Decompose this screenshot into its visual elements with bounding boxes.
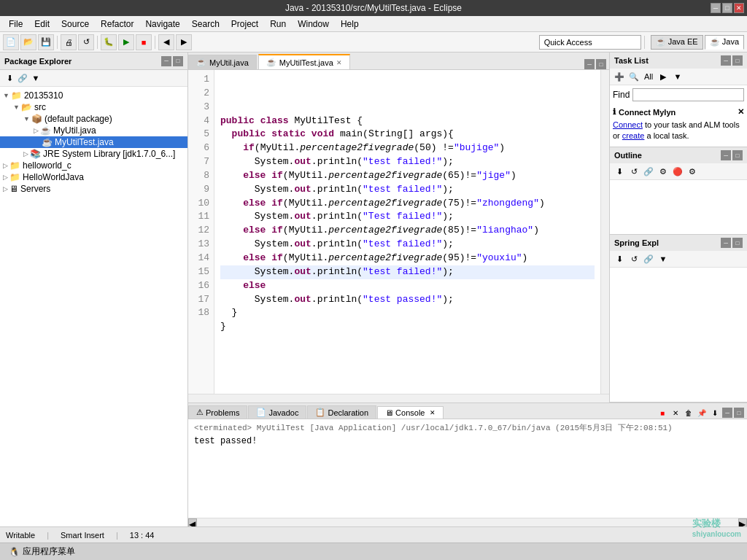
spring-minimize[interactable]: ─ (721, 238, 731, 248)
tree-item[interactable]: ▼📦(default package) (0, 113, 187, 125)
bottom-maximize[interactable]: □ (734, 408, 744, 418)
app-menu-button[interactable]: 🐧 应用程序菜单 (4, 544, 80, 559)
outline-btn1[interactable]: ⬇ (613, 165, 626, 178)
window-controls: ─ □ ✕ (711, 3, 744, 13)
panel-controls: ─ □ (161, 56, 183, 66)
menu-file[interactable]: File (3, 18, 28, 31)
console-pin[interactable]: 📌 (696, 407, 708, 419)
menu-run[interactable]: Run (264, 18, 292, 31)
toolbar-open[interactable]: 📂 (20, 34, 36, 50)
menu-search[interactable]: Search (186, 18, 225, 31)
toolbar-run[interactable]: ▶ (118, 34, 134, 50)
console-close-icon[interactable]: ✕ (430, 409, 436, 416)
scroll-right[interactable]: ▶ (738, 518, 747, 526)
collapse-all[interactable]: ⬇ (3, 71, 16, 85)
tab-close-icon[interactable]: ✕ (336, 59, 342, 66)
tab-declaration[interactable]: 📋 Declaration (307, 405, 376, 419)
task-maximize[interactable]: □ (732, 55, 743, 66)
task-down[interactable]: ▼ (671, 70, 684, 83)
bottom-minimize[interactable]: ─ (722, 408, 732, 418)
scroll-track[interactable] (197, 518, 738, 526)
toolbar-save[interactable]: 💾 (38, 34, 54, 50)
spring-btn2[interactable]: ↺ (627, 252, 640, 265)
tab-problems[interactable]: ⚠ Problems (188, 405, 247, 419)
menu-refactor[interactable]: Refactor (95, 18, 139, 31)
status-bar: Writable | Smart Insert | 13 : 44 (0, 526, 747, 542)
menu-source[interactable]: Source (55, 18, 95, 31)
editor-scrollbar[interactable] (600, 70, 609, 394)
menu-project[interactable]: Project (225, 18, 264, 31)
toolbar-refresh[interactable]: ↺ (78, 34, 94, 50)
outline-maximize[interactable]: □ (732, 150, 743, 160)
tab-myutiltest[interactable]: ☕ MyUtilTest.java ✕ (258, 54, 350, 69)
panel-minimize[interactable]: ─ (161, 56, 171, 66)
outline-btn4[interactable]: ⚙ (657, 165, 670, 178)
spring-maximize[interactable]: □ (732, 238, 743, 248)
code-editor[interactable]: 123456789101112131415161718 public class… (188, 70, 609, 394)
console-bottom-scrollbar[interactable]: ◀ ▶ (188, 518, 747, 526)
close-button[interactable]: ✕ (734, 3, 744, 13)
spring-btn1[interactable]: ⬇ (613, 252, 626, 265)
editor-bottom-scrollbar[interactable] (188, 394, 609, 402)
menu-edit[interactable]: Edit (28, 18, 55, 31)
menu-navigate[interactable]: Navigate (139, 18, 185, 31)
connect-link[interactable]: Connect (613, 120, 643, 129)
toolbar-back[interactable]: ◀ (158, 34, 174, 50)
tree-item[interactable]: ▷📚JRE System Library [jdk1.7.0_6...] (0, 148, 187, 160)
menu-help[interactable]: Help (335, 18, 365, 31)
tab-myutil-label: MyUtil.java (209, 58, 249, 67)
editor-maximize[interactable]: □ (596, 59, 606, 69)
declaration-icon: 📋 (315, 408, 325, 417)
task-activate[interactable]: ▶ (657, 70, 670, 83)
link-editor[interactable]: 🔗 (16, 71, 29, 85)
editor-minimize[interactable]: ─ (584, 59, 595, 69)
tree-item[interactable]: ▼📁20135310 (0, 90, 187, 101)
task-minimize[interactable]: ─ (721, 55, 731, 66)
tab-javadoc[interactable]: 📄 Javadoc (248, 405, 306, 419)
center-panel: ☕ MyUtil.java ☕ MyUtilTest.java ✕ ─ □ (188, 52, 610, 402)
console-terminate[interactable]: ■ (657, 407, 668, 419)
line-number: 1 (193, 73, 209, 87)
tree-item[interactable]: ▼📂src (0, 101, 187, 113)
create-link[interactable]: create (622, 131, 645, 140)
tree-item[interactable]: ▷🖥Servers (0, 183, 187, 195)
tree-item[interactable]: ▷📁helloworld_c (0, 160, 187, 171)
tree-item[interactable]: ▷☕MyUtil.java (0, 125, 187, 136)
outline-btn5[interactable]: 🔴 (671, 165, 684, 178)
task-search-input[interactable] (632, 88, 744, 101)
perspective-javaee[interactable]: ☕ Java EE (651, 35, 703, 50)
task-filter[interactable]: 🔍 (627, 70, 640, 83)
toolbar-print[interactable]: 🖨 (61, 34, 77, 50)
perspective-java[interactable]: ☕ Java (705, 35, 744, 50)
task-add[interactable]: ➕ (613, 70, 626, 83)
scroll-left[interactable]: ◀ (188, 518, 197, 526)
outline-minimize[interactable]: ─ (721, 150, 731, 160)
tree-item[interactable]: ☕MyUtilTest.java (0, 136, 187, 148)
tab-myutil[interactable]: ☕ MyUtil.java (188, 55, 257, 69)
connect-mylyn-close[interactable]: ✕ (738, 107, 744, 117)
panel-maximize[interactable]: □ (173, 56, 183, 66)
toolbar-debug[interactable]: 🐛 (101, 34, 117, 50)
spring-btn4[interactable]: ▼ (657, 252, 670, 265)
spring-header: Spring Expl ─ □ (610, 235, 747, 251)
tree-view-menu[interactable]: ▼ (29, 71, 42, 85)
task-all[interactable]: All (642, 70, 655, 83)
toolbar-stop[interactable]: ■ (136, 34, 152, 50)
outline-btn3[interactable]: 🔗 (642, 165, 655, 178)
outline-btn6[interactable]: ⚙ (686, 165, 699, 178)
toolbar-forward[interactable]: ▶ (176, 34, 192, 50)
spring-btn3[interactable]: 🔗 (642, 252, 655, 265)
toolbar-new[interactable]: 📄 (3, 34, 19, 50)
code-content[interactable]: public class MyUtilTest { public static … (214, 70, 600, 394)
tab-console[interactable]: 🖥 Console ✕ (377, 406, 444, 419)
restore-button[interactable]: □ (722, 3, 732, 13)
quick-access-box[interactable]: Quick Access (539, 35, 641, 50)
outline-btn2[interactable]: ↺ (627, 165, 640, 178)
console-remove[interactable]: ✕ (670, 407, 681, 419)
tree-item[interactable]: ▷📁HelloWorldJava (0, 171, 187, 183)
console-scroll[interactable]: ⬇ (709, 407, 721, 419)
minimize-button[interactable]: ─ (711, 3, 721, 13)
menu-window[interactable]: Window (292, 18, 335, 31)
console-clear[interactable]: 🗑 (683, 407, 694, 419)
outline-section: Outline ─ □ ⬇ ↺ 🔗 ⚙ (610, 147, 747, 235)
